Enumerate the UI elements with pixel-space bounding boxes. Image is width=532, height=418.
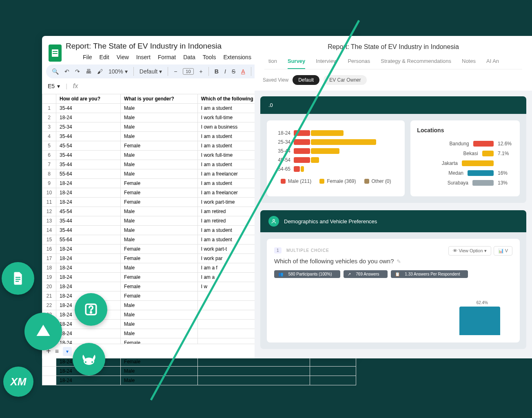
sheets-logo-icon bbox=[49, 44, 62, 62]
formula-icon: fx bbox=[73, 82, 78, 90]
stat-per-respondent: 📋 1.33 Answers Per Respondent bbox=[391, 270, 468, 278]
badge-xm-icon: XM bbox=[3, 367, 33, 397]
edit-icon[interactable]: ✎ bbox=[397, 258, 401, 265]
menu-data[interactable]: Data bbox=[183, 54, 195, 60]
tab-tion[interactable]: tion bbox=[268, 58, 277, 69]
font-size-input[interactable]: 10 bbox=[183, 68, 193, 75]
increase-font-icon[interactable]: + bbox=[200, 68, 203, 75]
question-number: 1 bbox=[274, 247, 282, 253]
badge-docs-icon bbox=[2, 262, 34, 295]
svg-point-9 bbox=[91, 361, 93, 363]
svg-point-8 bbox=[85, 361, 86, 363]
person-icon bbox=[268, 216, 279, 227]
svg-point-0 bbox=[273, 219, 275, 221]
svg-point-7 bbox=[84, 358, 94, 365]
dashboard-window: Report: The State of EV Industry in Indo… bbox=[255, 36, 532, 358]
search-icon[interactable]: 🔍 bbox=[52, 68, 59, 75]
paint-format-icon[interactable]: 🖌 bbox=[97, 68, 103, 75]
italic-button[interactable]: I bbox=[224, 68, 226, 75]
menu-extensions[interactable]: Extensions bbox=[223, 54, 251, 60]
decrease-font-icon[interactable]: − bbox=[174, 68, 177, 75]
vehicle-ownership-chart: 62.4% bbox=[274, 290, 512, 335]
strikethrough-button[interactable]: S bbox=[232, 68, 235, 75]
age-gender-chart-card: 18-2425-3435-4445-5454-65 Male (211)Fema… bbox=[267, 120, 405, 196]
saved-view-label: Saved View bbox=[263, 77, 288, 83]
sheets-menu-bar: FileEditViewInsertFormatDataToolsExtensi… bbox=[66, 51, 270, 64]
svg-rect-4 bbox=[16, 281, 19, 282]
cell-reference-box[interactable]: E5 ▾ bbox=[48, 83, 60, 89]
svg-rect-3 bbox=[16, 279, 20, 280]
menu-tools[interactable]: Tools bbox=[203, 54, 216, 60]
section-header-1: .0 bbox=[260, 96, 526, 114]
question-type: MULTIPLE CHOICE bbox=[286, 248, 329, 253]
bold-button[interactable]: B bbox=[215, 68, 219, 75]
badge-monkey-icon bbox=[73, 343, 105, 376]
view-v-button[interactable]: 📊 V bbox=[494, 246, 512, 256]
all-sheets-button[interactable]: ≡ bbox=[55, 348, 59, 355]
saved-view-default[interactable]: Default bbox=[293, 75, 319, 85]
badge-question-icon bbox=[75, 293, 107, 326]
menu-view[interactable]: View bbox=[117, 54, 129, 60]
tab-notes[interactable]: Notes bbox=[462, 58, 476, 69]
menu-edit[interactable]: Edit bbox=[100, 54, 109, 60]
svg-rect-2 bbox=[16, 277, 20, 278]
stat-answers: ↗ 769 Answers bbox=[344, 270, 388, 278]
question-card-1: 1 MULTIPLE CHOICE 📊 V 👁 View Option ▾ Wh… bbox=[267, 239, 520, 342]
sheets-title[interactable]: Report: The State of EV Industry in Indo… bbox=[66, 42, 270, 51]
redo-icon[interactable]: ↷ bbox=[75, 68, 80, 75]
sheet-tab-dropdown[interactable]: ▾ bbox=[63, 347, 72, 356]
tab-personas[interactable]: Personas bbox=[348, 58, 370, 69]
locations-chart-card: Locations Bandung12.6%Bekasi7.1%JakartaM… bbox=[410, 120, 520, 196]
section-header-2: Demographics and Vehicle Preferences bbox=[260, 210, 526, 232]
tab-strategy[interactable]: Strategy & Recommendations bbox=[381, 58, 451, 69]
tab-ai[interactable]: AI An bbox=[486, 58, 499, 69]
menu-file[interactable]: File bbox=[83, 54, 92, 60]
dashboard-title: Report: The State of EV Industry in Indo… bbox=[264, 43, 522, 51]
tab-interview[interactable]: Interview bbox=[316, 58, 337, 69]
question-title: Which of the following vehicles do you o… bbox=[274, 258, 394, 265]
dashboard-tabs: tionSurveyInterviewPersonasStrategy & Re… bbox=[264, 51, 522, 69]
menu-insert[interactable]: Insert bbox=[136, 54, 151, 60]
badge-arrow-icon bbox=[24, 313, 62, 350]
zoom-dropdown[interactable]: 100% ▾ bbox=[109, 68, 128, 75]
saved-view-ev-owner[interactable]: EV Car Owner bbox=[324, 75, 366, 85]
stat-participants: 👥 580 Participants (100%) bbox=[274, 270, 340, 278]
tab-survey[interactable]: Survey bbox=[288, 58, 305, 69]
font-dropdown[interactable]: Default ▾ bbox=[140, 68, 162, 75]
svg-point-6 bbox=[91, 312, 92, 313]
locations-title: Locations bbox=[417, 127, 513, 133]
print-icon[interactable]: 🖶 bbox=[86, 68, 91, 75]
undo-icon[interactable]: ↶ bbox=[64, 68, 69, 75]
view-option-button[interactable]: 👁 View Option ▾ bbox=[448, 246, 491, 256]
text-color-button[interactable]: A bbox=[241, 68, 245, 75]
menu-format[interactable]: Format bbox=[158, 54, 176, 60]
